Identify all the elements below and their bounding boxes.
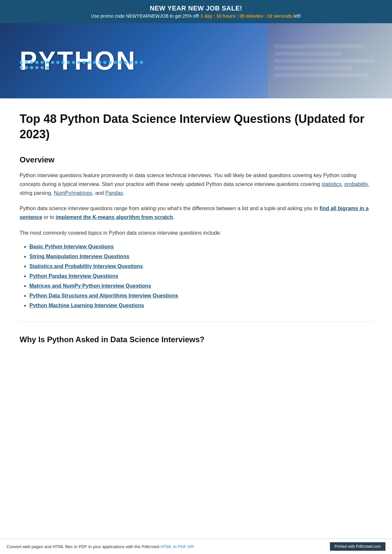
hero-dot: [82, 61, 86, 64]
hero-right-panel: [268, 23, 392, 98]
banner-subtitle: Use promo code NEWYEARNEWJOB to get 25% …: [7, 13, 385, 19]
hero-dots-container: [20, 61, 144, 69]
overview-p2-mid: or to: [42, 214, 56, 220]
hero-dot: [103, 61, 106, 64]
hero-dot: [51, 61, 54, 64]
list-item: Python Pandas Interview Questions: [29, 273, 372, 279]
footer-html-to-pdf-link[interactable]: HTML to PDF API: [160, 544, 194, 549]
hero-code-line: [274, 66, 352, 70]
topics-list: Basic Python Interview Questions String …: [20, 244, 372, 309]
hero-dot: [124, 61, 127, 64]
kmeans-link[interactable]: implement the K-means algorithm from scr…: [56, 214, 173, 220]
main-content: Top 48 Python Data Science Interview Que…: [0, 98, 392, 370]
list-item: Matrices and NumPy Python Interview Ques…: [29, 283, 372, 289]
overview-p2-prefix: Python data science interview questions …: [20, 206, 319, 211]
footer-left-text: Convert web pages and HTML files to PDF …: [7, 544, 159, 549]
list-item: Statistics and Probability Interview Que…: [29, 263, 372, 269]
overview-p1-period: .: [123, 190, 124, 196]
overview-paragraph-2: Python data science interview questions …: [20, 204, 372, 222]
hero-dot: [88, 61, 91, 64]
hero-code-line: [274, 59, 374, 63]
hero-dot: [108, 61, 112, 64]
banner-title: NEW YEAR NEW JOB SALE!: [7, 5, 385, 12]
why-section: Why Is Python Asked in Data Science Inte…: [20, 335, 372, 344]
list-item: String Manipulation Interview Questions: [29, 254, 372, 260]
list-item: Basic Python Interview Questions: [29, 244, 372, 250]
banner-timer: 1 day : 16 hours : 05 minutes : 02 secon…: [201, 13, 292, 19]
hero-dot: [129, 61, 133, 64]
hero-dot: [46, 61, 49, 64]
topic-link-dsa[interactable]: Python Data Structures and Algorithms In…: [29, 293, 178, 298]
why-heading: Why Is Python Asked in Data Science Inte…: [20, 335, 372, 344]
hero-dot: [35, 61, 39, 64]
hero-dot: [30, 61, 33, 64]
hero-dot: [46, 66, 49, 69]
overview-paragraph-3: The most commonly covered topics in Pyth…: [20, 228, 372, 237]
hero-dot: [119, 61, 122, 64]
hero-dot: [61, 61, 65, 64]
hero-dot: [114, 61, 117, 64]
overview-p1-text: Python interview questions feature promi…: [20, 173, 356, 187]
topic-link-numpy[interactable]: Matrices and NumPy Python Interview Ques…: [29, 283, 151, 289]
hero-dots-row: [20, 61, 144, 69]
hero-dot: [56, 61, 59, 64]
footer-right: Printed with Pdfcrowd.com: [330, 542, 385, 551]
overview-p1-comma: ,: [341, 181, 344, 187]
overview-p1-and: , and: [92, 190, 105, 196]
hero-dot: [93, 61, 96, 64]
hero-dot: [67, 61, 70, 64]
overview-p2-suffix: .: [173, 214, 174, 220]
banner-timer-suffix: left!: [294, 13, 301, 19]
topic-link-basic[interactable]: Basic Python Interview Questions: [29, 244, 114, 249]
overview-heading: Overview: [20, 155, 372, 164]
pandas-link[interactable]: Pandas: [105, 190, 123, 196]
hero-dot: [35, 66, 39, 69]
hero-dot: [25, 61, 28, 64]
hero-dot: [41, 61, 44, 64]
hero-image: PYTHON: [0, 23, 392, 98]
hero-dot: [41, 66, 44, 69]
topic-link-string[interactable]: String Manipulation Interview Questions: [29, 254, 129, 259]
promo-banner: NEW YEAR NEW JOB SALE! Use promo code NE…: [0, 0, 392, 23]
topic-link-pandas[interactable]: Python Pandas Interview Questions: [29, 273, 118, 279]
statistics-link[interactable]: statistics: [321, 181, 341, 187]
list-item: Python Data Structures and Algorithms In…: [29, 293, 372, 299]
hero-code-line: [274, 73, 369, 77]
topic-link-stats[interactable]: Statistics and Probability Interview Que…: [29, 263, 143, 269]
section-divider: [20, 322, 372, 322]
probability-link[interactable]: probability: [344, 181, 368, 187]
hero-dot: [72, 61, 75, 64]
hero-dot: [20, 61, 23, 64]
hero-dot: [77, 61, 80, 64]
hero-code-line: [274, 52, 341, 56]
numpy-link[interactable]: NumPy/matrices: [54, 190, 92, 196]
overview-paragraph-1: Python interview questions feature promi…: [20, 171, 372, 198]
hero-dot: [20, 66, 23, 69]
topic-link-ml[interactable]: Python Machine Learning Interview Questi…: [29, 303, 144, 308]
footer-left: Convert web pages and HTML files to PDF …: [7, 544, 194, 549]
banner-subtitle-text: Use promo code NEWYEARNEWJOB to get 25% …: [91, 13, 199, 19]
hero-code-line: [274, 44, 363, 48]
list-item: Python Machine Learning Interview Questi…: [29, 303, 372, 309]
hero-dot: [30, 66, 33, 69]
page-title: Top 48 Python Data Science Interview Que…: [20, 111, 372, 142]
footer-bar: Convert web pages and HTML files to PDF …: [0, 539, 392, 554]
hero-dot: [140, 61, 143, 64]
hero-dot: [135, 61, 138, 64]
hero-dot: [98, 61, 101, 64]
hero-dot: [25, 66, 28, 69]
